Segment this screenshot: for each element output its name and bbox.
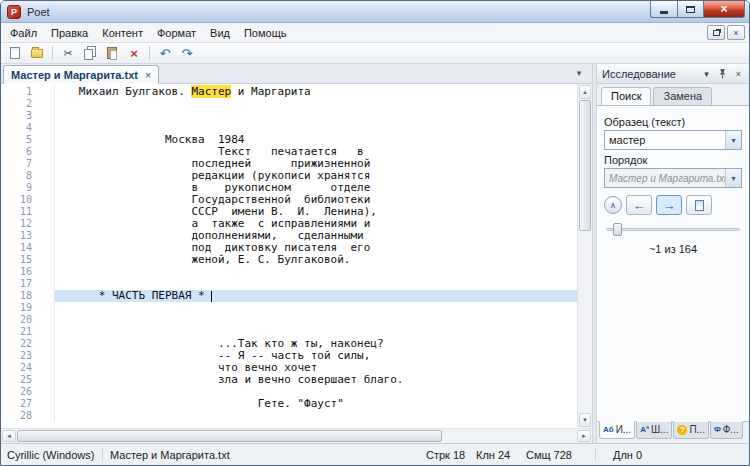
maximize-button[interactable] bbox=[677, 1, 704, 18]
line-text: зла и вечно совершает благо. bbox=[55, 374, 577, 386]
panel-menu-chevron-icon[interactable]: ▾ bbox=[699, 67, 714, 81]
line-number: 4 bbox=[1, 122, 55, 134]
status-length: Длн 0 bbox=[603, 449, 743, 461]
editor-line[interactable]: 28 bbox=[1, 410, 577, 422]
status-separator bbox=[595, 448, 596, 461]
minimize-icon bbox=[660, 11, 668, 14]
find-previous-button[interactable]: ← bbox=[626, 195, 652, 215]
line-number: 9 bbox=[1, 182, 55, 194]
encoding-label: Cyrillic (Windows) bbox=[7, 449, 95, 461]
toolbar-separator bbox=[52, 46, 53, 60]
open-file-button[interactable] bbox=[27, 44, 47, 62]
editor-line[interactable]: 3 bbox=[1, 110, 577, 122]
tab-replace[interactable]: Замена bbox=[653, 87, 712, 106]
tool-tab-2[interactable]: Аª Ш... bbox=[636, 421, 672, 439]
titlebar[interactable]: P Poet × bbox=[1, 1, 749, 23]
undo-icon: ↶ bbox=[160, 47, 171, 60]
paste-button[interactable] bbox=[102, 44, 122, 62]
editor-line[interactable]: 18 * ЧАСТЬ ПЕРВАЯ * bbox=[1, 290, 577, 302]
tool-tab-label: Ш... bbox=[651, 424, 669, 435]
panel-close-icon[interactable]: × bbox=[731, 67, 746, 81]
window-controls: × bbox=[650, 1, 745, 18]
panel-tabs: Поиск Замена bbox=[597, 84, 749, 105]
toolbar: ✂ × ↶ ↷ bbox=[1, 43, 749, 64]
copy-button[interactable] bbox=[80, 44, 100, 62]
scroll-up-icon[interactable]: ▲ bbox=[579, 85, 591, 99]
chevron-down-icon[interactable]: ▾ bbox=[725, 131, 741, 149]
minimize-button[interactable] bbox=[650, 1, 677, 18]
position-slider[interactable] bbox=[604, 223, 742, 237]
line-text: * ЧАСТЬ ПЕРВАЯ * bbox=[55, 290, 577, 302]
tool-tab-3[interactable]: ? П... bbox=[673, 421, 709, 439]
vertical-scroll-track[interactable] bbox=[579, 100, 591, 412]
menu-help[interactable]: Помощь bbox=[237, 24, 294, 42]
horizontal-scrollbar[interactable]: ◄ ► bbox=[1, 428, 592, 443]
editor-line[interactable]: 19 bbox=[1, 302, 577, 314]
research-panel-header[interactable]: Исследование ▾ × bbox=[597, 64, 749, 84]
cut-button[interactable]: ✂ bbox=[58, 44, 78, 62]
f-icon: Ф bbox=[714, 426, 721, 434]
open-folder-icon bbox=[31, 49, 43, 58]
search-direction-button[interactable]: ∧ bbox=[604, 196, 622, 214]
delete-button[interactable]: × bbox=[124, 44, 144, 62]
document-window-controls: × bbox=[707, 25, 747, 40]
line-number: 7 bbox=[1, 158, 55, 170]
menu-format[interactable]: Формат bbox=[150, 24, 203, 42]
pattern-label: Образец (текст) bbox=[604, 116, 742, 128]
line-number: 8 bbox=[1, 170, 55, 182]
menu-edit[interactable]: Правка bbox=[44, 24, 95, 42]
tab-search[interactable]: Поиск bbox=[601, 87, 651, 106]
editor-line[interactable]: 15 женой, Е. С. Булгаковой. bbox=[1, 254, 577, 266]
horizontal-scroll-thumb[interactable] bbox=[17, 430, 442, 442]
scope-combobox[interactable]: Мастер и Маргарита.txt ▾ bbox=[604, 168, 742, 188]
line-number: 25 bbox=[1, 374, 55, 386]
statusbar: Cyrillic (Windows) Мастер и Маргарита.tx… bbox=[1, 443, 749, 465]
pin-icon[interactable] bbox=[715, 67, 730, 81]
editor-lines[interactable]: 1 Михаил Булгаков. Мастер и Маргарита234… bbox=[1, 84, 577, 428]
redo-button[interactable]: ↷ bbox=[177, 44, 197, 62]
find-all-button[interactable] bbox=[686, 195, 712, 215]
editor-line[interactable]: 2 bbox=[1, 98, 577, 110]
tool-tab-research[interactable]: Аб И... bbox=[599, 421, 635, 439]
tool-tab-4[interactable]: Ф Ф... bbox=[710, 421, 743, 439]
chevron-up-icon: ∧ bbox=[610, 201, 616, 210]
slider-track[interactable] bbox=[606, 228, 740, 231]
pattern-combobox[interactable]: мастер ▾ bbox=[604, 130, 742, 150]
editor-line[interactable]: 20 bbox=[1, 314, 577, 326]
chevron-down-icon[interactable]: ▾ bbox=[725, 169, 741, 187]
line-text: Гете. "Фауст" bbox=[55, 398, 577, 410]
tab-list-chevron-icon[interactable]: ▾ bbox=[571, 66, 587, 80]
scroll-left-icon[interactable]: ◄ bbox=[2, 430, 16, 442]
editor-line[interactable]: 1 Михаил Булгаков. Мастер и Маргарита bbox=[1, 86, 577, 98]
line-number: 14 bbox=[1, 242, 55, 254]
document-restore-button[interactable] bbox=[707, 25, 725, 40]
find-next-button[interactable]: → bbox=[656, 195, 682, 215]
tab-master-i-margarita[interactable]: Мастер и Маргарита.txt × bbox=[3, 65, 159, 84]
scroll-right-icon[interactable]: ► bbox=[577, 430, 591, 442]
line-number: 6 bbox=[1, 146, 55, 158]
tab-close-icon[interactable]: × bbox=[145, 69, 151, 81]
arrow-left-icon: ← bbox=[633, 198, 646, 213]
menubar: Файл Правка Контент Формат Вид Помощь × bbox=[1, 23, 749, 43]
new-file-button[interactable] bbox=[5, 44, 25, 62]
search-match-highlight: Мастер bbox=[191, 85, 231, 98]
close-button[interactable]: × bbox=[704, 1, 745, 18]
vertical-scrollbar[interactable]: ▲ ▼ bbox=[577, 84, 592, 428]
document-close-button[interactable]: × bbox=[727, 25, 745, 40]
editor-line[interactable]: 27 Гете. "Фауст" bbox=[1, 398, 577, 410]
status-separator bbox=[102, 448, 103, 461]
menu-content[interactable]: Контент bbox=[95, 24, 150, 42]
editor-line[interactable]: 25 зла и вечно совершает благо. bbox=[1, 374, 577, 386]
scroll-down-icon[interactable]: ▼ bbox=[579, 413, 591, 427]
horizontal-scroll-track[interactable] bbox=[17, 430, 576, 442]
slider-handle[interactable] bbox=[613, 223, 622, 236]
menu-view[interactable]: Вид bbox=[203, 24, 237, 42]
line-number: 2 bbox=[1, 98, 55, 110]
undo-button[interactable]: ↶ bbox=[155, 44, 175, 62]
editor-line[interactable]: 16 bbox=[1, 266, 577, 278]
line-number: 22 bbox=[1, 338, 55, 350]
editor-wrap: 1 Михаил Булгаков. Мастер и Маргарита234… bbox=[1, 84, 592, 428]
menu-file[interactable]: Файл bbox=[3, 24, 44, 42]
vertical-scroll-thumb[interactable] bbox=[579, 100, 591, 231]
tab-label: Мастер и Маргарита.txt bbox=[11, 69, 138, 81]
